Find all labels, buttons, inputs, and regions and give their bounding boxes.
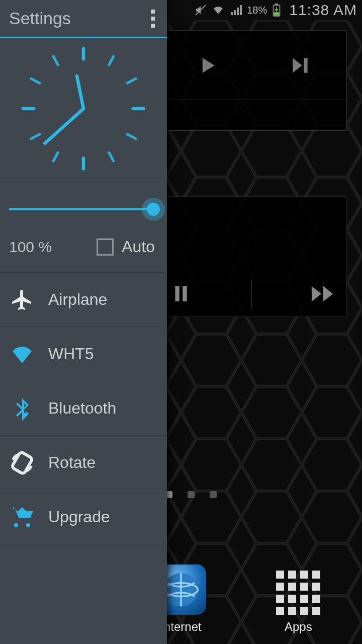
settings-panel: Settings: [0, 0, 167, 644]
menu-item-bluetooth[interactable]: Bluetooth: [0, 381, 167, 436]
mute-icon: [195, 4, 207, 16]
dock-label: Apps: [285, 620, 312, 634]
wifi-icon: [9, 341, 35, 367]
menu-item-upgrade[interactable]: Upgrade: [0, 490, 167, 544]
svg-line-20: [31, 78, 40, 83]
menu-item-airplane[interactable]: Airplane: [0, 273, 167, 327]
svg-line-15: [127, 78, 136, 83]
status-clock: 11:38 AM: [289, 2, 357, 19]
auto-brightness-label: Auto: [122, 237, 155, 256]
analog-clock[interactable]: [0, 38, 167, 179]
brightness-slider[interactable]: [9, 199, 158, 219]
svg-line-19: [31, 134, 40, 138]
svg-line-17: [109, 152, 114, 161]
panel-header: Settings: [0, 0, 167, 38]
clock-minute-hand: [45, 109, 83, 143]
brightness-section: 100 % Auto: [0, 179, 167, 273]
page-dot[interactable]: [210, 491, 217, 498]
menu-label: WHT5: [48, 345, 94, 363]
clock-hour-hand: [77, 76, 83, 109]
wifi-icon: [212, 4, 225, 16]
menu-item-wifi[interactable]: WHT5: [0, 327, 167, 381]
pause-button[interactable]: [167, 280, 195, 308]
svg-line-21: [53, 56, 58, 65]
menu-label: Bluetooth: [48, 399, 116, 418]
svg-line-14: [109, 56, 114, 65]
menu-label: Airplane: [48, 290, 107, 309]
svg-line-16: [127, 134, 136, 138]
bluetooth-icon: [9, 395, 35, 422]
rotate-icon: [9, 450, 35, 476]
battery-percent: 18%: [247, 5, 267, 16]
next-button[interactable]: [286, 51, 314, 79]
page-dot[interactable]: [188, 491, 195, 498]
upgrade-cart-icon: [9, 504, 35, 530]
svg-line-18: [53, 152, 58, 161]
forward-button[interactable]: [308, 280, 336, 308]
signal-icon: [230, 4, 242, 16]
dock-item-apps[interactable]: Apps: [268, 571, 328, 634]
play-button[interactable]: [193, 51, 221, 79]
apps-grid-icon: [276, 571, 320, 615]
menu-label: Rotate: [48, 453, 96, 472]
battery-charging-icon: [272, 4, 281, 17]
menu-item-rotate[interactable]: Rotate: [0, 436, 167, 490]
panel-title: Settings: [9, 9, 71, 28]
auto-brightness-checkbox[interactable]: [97, 238, 114, 256]
svg-rect-7: [274, 12, 280, 16]
overflow-menu-button[interactable]: [148, 7, 158, 31]
airplane-icon: [9, 287, 35, 313]
brightness-percent: 100 %: [9, 238, 52, 256]
svg-rect-22: [12, 451, 33, 474]
slider-thumb[interactable]: [147, 203, 160, 216]
svg-rect-6: [275, 4, 279, 5]
menu-label: Upgrade: [48, 508, 110, 526]
